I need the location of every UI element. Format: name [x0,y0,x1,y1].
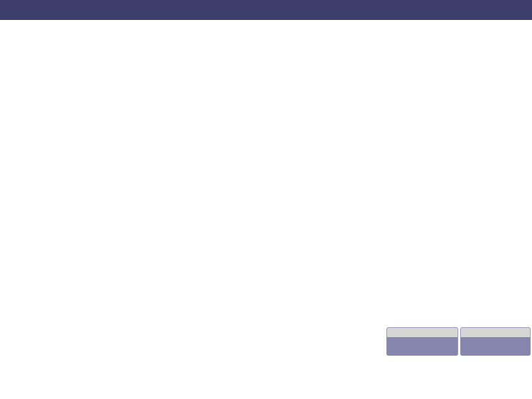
trigger-panel[interactable] [460,327,531,356]
timebase-panel[interactable] [386,327,458,356]
menu-bar [0,0,532,20]
